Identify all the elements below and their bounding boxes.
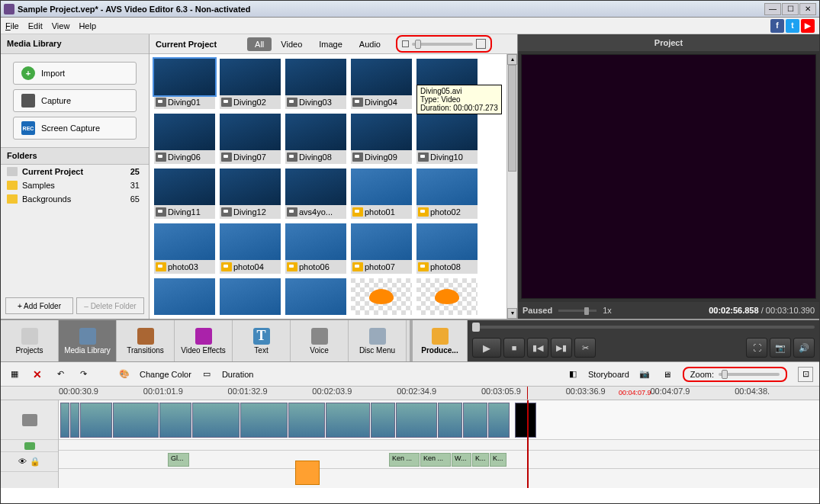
tab-image[interactable]: Image: [311, 37, 350, 51]
screen-capture-button[interactable]: RECScreen Capture: [13, 117, 137, 140]
capture-button[interactable]: Capture: [13, 89, 137, 112]
tab-video[interactable]: Video: [273, 37, 310, 51]
folder-backgrounds[interactable]: Backgrounds65: [1, 192, 149, 206]
timeline-clip[interactable]: [488, 403, 510, 438]
clip-thumbnail[interactable]: Diving04: [351, 59, 412, 109]
duration-button[interactable]: Duration: [222, 370, 254, 379]
folder-current-project[interactable]: Current Project25: [1, 165, 149, 178]
clip-thumbnail[interactable]: Diving12: [220, 169, 281, 219]
monitor-icon[interactable]: 🖥: [660, 367, 675, 382]
scrollbar[interactable]: ▴ ▾: [506, 54, 517, 319]
visibility-header[interactable]: 👁 🔒: [1, 452, 58, 472]
audio-clip[interactable]: Ken ...: [420, 453, 451, 467]
clip-thumbnail[interactable]: [351, 278, 412, 315]
playhead[interactable]: [527, 400, 529, 488]
volume-button[interactable]: 🔊: [793, 338, 815, 358]
tab-all[interactable]: All: [247, 37, 272, 51]
clip-thumbnail[interactable]: photo01: [351, 169, 412, 219]
timeline-clip[interactable]: [80, 403, 112, 438]
timeline-clip[interactable]: [70, 403, 79, 438]
twitter-icon[interactable]: t: [786, 19, 799, 33]
add-folder-button[interactable]: + Add Folder: [5, 297, 73, 314]
projects-button[interactable]: Projects: [1, 320, 59, 361]
timeline-ruler[interactable]: 00:04:07.9 00:00:30.900:01:01.900:01:32.…: [1, 387, 819, 400]
clip-thumbnail[interactable]: Diving09: [351, 114, 412, 164]
audio-clip[interactable]: K...: [472, 453, 489, 467]
audio-clip[interactable]: K...: [490, 453, 506, 467]
maximize-button[interactable]: ☐: [782, 3, 799, 15]
fullscreen-button[interactable]: ⛶: [746, 338, 767, 358]
timeline-view-icon[interactable]: ▦: [7, 367, 22, 382]
clip-thumbnail[interactable]: photo08: [416, 223, 478, 274]
clip-thumbnail[interactable]: photo04: [220, 223, 281, 274]
produce-button[interactable]: Produce...: [410, 320, 468, 361]
menu-view[interactable]: View: [52, 21, 70, 30]
timeline-clip[interactable]: [159, 403, 191, 438]
scroll-up-icon[interactable]: ▴: [507, 54, 517, 65]
menu-file[interactable]: File: [5, 21, 19, 30]
clip-thumbnail[interactable]: Diving10: [416, 114, 478, 164]
redo-icon[interactable]: ↷: [76, 367, 91, 382]
menu-help[interactable]: Help: [79, 21, 96, 30]
undo-icon[interactable]: ↶: [53, 367, 68, 382]
voice-button[interactable]: Voice: [291, 320, 349, 361]
video-track-header[interactable]: [1, 400, 58, 440]
folder-samples[interactable]: Samples31: [1, 178, 149, 192]
fit-timeline-button[interactable]: ⊡: [798, 367, 813, 382]
tab-audio[interactable]: Audio: [352, 37, 388, 51]
clip-thumbnail[interactable]: Diving11: [154, 169, 215, 219]
close-button[interactable]: ✕: [799, 3, 816, 15]
clip-thumbnail[interactable]: Diving02: [220, 59, 281, 109]
scroll-thumb[interactable]: [508, 65, 516, 172]
overlay-image-clip[interactable]: [295, 461, 320, 485]
device-icon[interactable]: 📷: [637, 367, 652, 382]
scroll-down-icon[interactable]: ▾: [507, 308, 517, 319]
clip-thumbnail[interactable]: photo07: [351, 223, 412, 274]
clip-thumbnail[interactable]: Diving06: [154, 114, 215, 164]
clip-thumbnail[interactable]: Diving08: [285, 114, 346, 164]
audio-clip[interactable]: Gl...: [168, 453, 189, 467]
audio-clip[interactable]: Ken ...: [389, 453, 420, 467]
audio-track-header[interactable]: [1, 440, 58, 452]
timeline-clip[interactable]: [396, 403, 437, 438]
thumbnail-zoom-slider[interactable]: [412, 43, 473, 46]
overlay-track[interactable]: Gl... Ken ... Ken ... W... K... K...: [59, 451, 819, 469]
audio-waveform-track[interactable]: [59, 440, 819, 451]
timeline-clip[interactable]: [463, 403, 487, 438]
clip-thumbnail[interactable]: Diving03: [285, 59, 346, 109]
stop-button[interactable]: ■: [503, 338, 525, 358]
minimize-button[interactable]: —: [764, 3, 781, 15]
delete-icon[interactable]: ✕: [30, 367, 45, 382]
transitions-button[interactable]: Transitions: [117, 320, 175, 361]
menu-edit[interactable]: Edit: [28, 21, 43, 30]
import-button[interactable]: +Import: [13, 62, 137, 85]
timeline-clip[interactable]: [515, 403, 536, 438]
timeline-clip[interactable]: [113, 403, 159, 438]
seek-track[interactable]: [472, 326, 815, 329]
timeline-clip[interactable]: [288, 403, 325, 438]
youtube-icon[interactable]: ▶: [801, 19, 815, 33]
storyboard-button[interactable]: Storyboard: [588, 370, 629, 379]
audio-clip[interactable]: W...: [452, 453, 471, 467]
next-button[interactable]: ▶▮: [551, 338, 572, 358]
clip-thumbnail[interactable]: photo02: [416, 169, 478, 219]
clip-thumbnail[interactable]: Diving07: [220, 114, 281, 164]
clip-thumbnail[interactable]: [285, 278, 346, 315]
speed-slider[interactable]: [558, 310, 597, 312]
zoom-small-icon[interactable]: [402, 40, 409, 47]
change-color-button[interactable]: Change Color: [140, 370, 191, 379]
facebook-icon[interactable]: f: [770, 19, 784, 33]
timeline-zoom-slider[interactable]: [719, 373, 780, 376]
timeline-clip[interactable]: [192, 403, 240, 438]
media-library-button[interactable]: Media Library: [59, 320, 117, 361]
duration-icon[interactable]: ▭: [199, 367, 214, 382]
clip-thumbnail[interactable]: photo03: [154, 223, 215, 274]
storyboard-toggle-icon[interactable]: ◧: [565, 367, 580, 382]
zoom-large-icon[interactable]: [476, 39, 486, 49]
prev-button[interactable]: ▮◀: [527, 338, 548, 358]
play-button[interactable]: ▶: [472, 338, 501, 358]
clip-thumbnail[interactable]: photo06: [285, 223, 346, 274]
clip-thumbnail[interactable]: [154, 278, 215, 315]
split-button[interactable]: ✂: [574, 338, 596, 358]
clip-thumbnail[interactable]: [220, 278, 281, 315]
